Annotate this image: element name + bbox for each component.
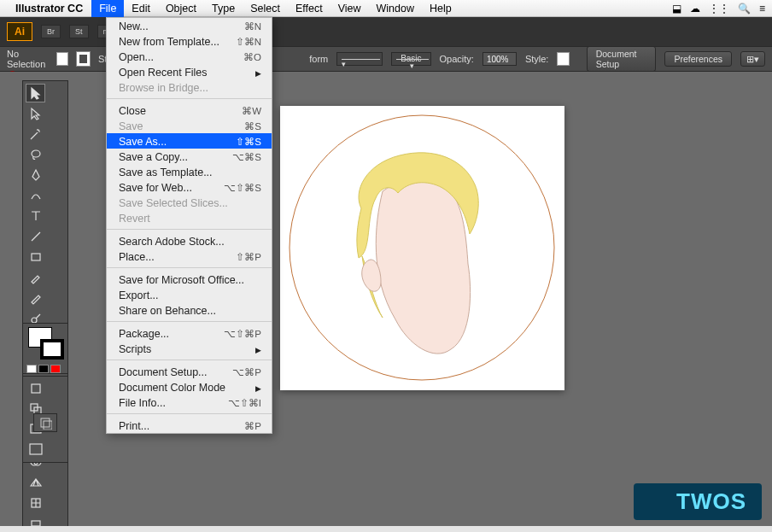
style-name[interactable]: Basic xyxy=(391,52,430,66)
menu-item-new-from-template[interactable]: New from Template...⇧⌘N xyxy=(107,33,272,49)
cloud-icon[interactable]: ☁ xyxy=(690,3,700,15)
stroke-chip[interactable] xyxy=(40,339,64,360)
menu-effect[interactable]: Effect xyxy=(288,0,330,17)
svg-rect-2 xyxy=(32,254,40,260)
menu-item-export[interactable]: Export... xyxy=(107,287,272,302)
menu-item-revert: Revert xyxy=(107,210,272,225)
menu-item-search-adobe-stock[interactable]: Search Adobe Stock... xyxy=(107,233,272,248)
document-setup-button[interactable]: Document Setup xyxy=(587,46,657,72)
mac-menubar: Illustrator CC File Edit Object Type Sel… xyxy=(0,0,772,17)
menu-view[interactable]: View xyxy=(330,0,369,17)
wifi-icon[interactable]: ⋮⋮ xyxy=(709,3,729,15)
screen-full-icon[interactable] xyxy=(26,441,45,459)
menu-item-save-selected-slices: Save Selected Slices... xyxy=(107,195,272,210)
svg-rect-28 xyxy=(30,444,42,454)
menu-item-document-setup[interactable]: Document Setup...⌥⌘P xyxy=(107,364,272,379)
svg-rect-24 xyxy=(32,384,40,393)
color-mode-black[interactable] xyxy=(38,365,49,373)
bridge-button[interactable]: Br xyxy=(41,25,61,38)
file-menu-dropdown: New...⌘NNew from Template...⇧⌘NOpen...⌘O… xyxy=(106,17,272,434)
pencil-tool-icon[interactable] xyxy=(26,289,45,307)
opacity-input[interactable] xyxy=(482,52,517,66)
preferences-button[interactable]: Preferences xyxy=(664,51,732,67)
svg-rect-29 xyxy=(41,418,50,427)
rectangle-tool-icon[interactable] xyxy=(26,248,45,266)
menu-item-open[interactable]: Open...⌘O xyxy=(107,49,272,64)
uniform-label: form xyxy=(309,54,328,64)
menu-item-close[interactable]: Close⌘W xyxy=(107,102,272,118)
menu-item-file-info[interactable]: File Info...⌥⇧⌘I xyxy=(107,395,272,410)
menu-item-save-a-copy[interactable]: Save a Copy...⌥⌘S xyxy=(107,149,272,164)
line-tool-icon[interactable] xyxy=(26,227,45,246)
status-icons: ⬓ ☁ ⋮⋮ 🔍 ≡ xyxy=(672,3,765,15)
magic-wand-tool-icon[interactable] xyxy=(26,125,45,143)
menu-item-place[interactable]: Place...⇧⌘P xyxy=(107,248,272,264)
opacity-label: Opacity: xyxy=(440,54,474,64)
menu-item-scripts[interactable]: Scripts xyxy=(107,341,272,356)
bottom-strip xyxy=(0,526,772,532)
menu-item-browse-in-bridge: Browse in Bridge... xyxy=(107,79,272,95)
perspective-grid-tool-icon[interactable] xyxy=(26,473,45,492)
menu-item-package[interactable]: Package...⌥⇧⌘P xyxy=(107,325,272,341)
type-tool-icon[interactable] xyxy=(26,207,45,225)
svg-rect-30 xyxy=(44,421,52,430)
menu-select[interactable]: Select xyxy=(243,0,288,17)
menu-file[interactable]: File xyxy=(91,0,124,17)
watermark-logo: TWOS xyxy=(634,483,762,520)
mesh-tool-icon[interactable] xyxy=(26,494,45,512)
style-swatch[interactable] xyxy=(557,52,569,66)
artboard[interactable] xyxy=(280,106,564,390)
color-mode-none[interactable] xyxy=(50,365,61,373)
fill-swatch[interactable] xyxy=(56,52,68,66)
curvature-tool-icon[interactable] xyxy=(26,186,45,205)
menu-icon[interactable]: ≡ xyxy=(759,3,765,15)
menu-window[interactable]: Window xyxy=(369,0,422,17)
illustrator-logo-icon: Ai xyxy=(7,22,32,41)
menu-item-new[interactable]: New...⌘N xyxy=(107,18,272,33)
edit-toolbar-icon[interactable] xyxy=(33,413,57,432)
stroke-swatch[interactable] xyxy=(77,52,90,66)
menu-item-share-on-behance[interactable]: Share on Behance... xyxy=(107,302,272,318)
menu-item-save-as[interactable]: Save As...⇧⌘S xyxy=(107,133,272,149)
selection-tool-icon[interactable] xyxy=(26,84,45,102)
color-mode-white[interactable] xyxy=(26,365,37,373)
lasso-tool-icon[interactable] xyxy=(26,145,45,164)
menu-item-document-color-mode[interactable]: Document Color Mode xyxy=(107,379,272,395)
app-name[interactable]: Illustrator CC xyxy=(15,3,83,15)
paintbrush-tool-icon[interactable] xyxy=(26,268,45,287)
search-icon[interactable]: 🔍 xyxy=(738,3,751,15)
menu-item-save: Save⌘S xyxy=(107,118,272,133)
color-chips xyxy=(22,323,68,374)
menu-type[interactable]: Type xyxy=(204,0,243,17)
stock-button[interactable]: St xyxy=(69,25,89,38)
brush-def[interactable] xyxy=(336,52,383,66)
direct-selection-tool-icon[interactable] xyxy=(26,104,45,123)
align-button[interactable]: ⊞▾ xyxy=(740,51,765,67)
menu-object[interactable]: Object xyxy=(158,0,204,17)
dropbox-icon[interactable]: ⬓ xyxy=(672,3,681,15)
tools-panel xyxy=(22,80,68,532)
menu-edit[interactable]: Edit xyxy=(124,0,158,17)
menu-item-print[interactable]: Print...⌘P xyxy=(107,418,272,433)
menu-item-save-as-template[interactable]: Save as Template... xyxy=(107,164,272,179)
draw-mode-icon[interactable] xyxy=(26,379,45,398)
menu-item-save-for-web[interactable]: Save for Web...⌥⇧⌘S xyxy=(107,179,272,195)
menu-item-open-recent-files[interactable]: Open Recent Files xyxy=(107,64,272,79)
svg-point-1 xyxy=(32,150,40,157)
pen-tool-icon[interactable] xyxy=(26,166,45,184)
selection-status: No Selection xyxy=(7,49,48,69)
style-label: Style: xyxy=(525,54,549,64)
menu-item-save-for-microsoft-office[interactable]: Save for Microsoft Office... xyxy=(107,272,272,287)
menu-help[interactable]: Help xyxy=(422,0,459,17)
